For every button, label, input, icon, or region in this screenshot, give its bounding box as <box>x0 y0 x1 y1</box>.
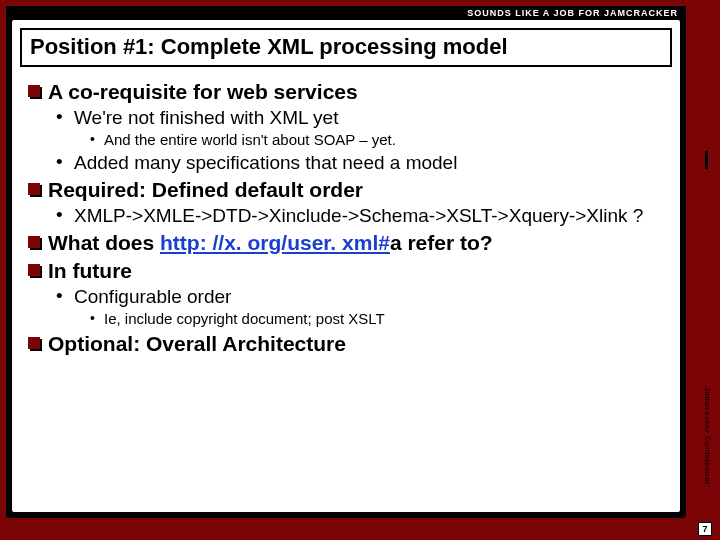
brand-logo: jamcracker <box>690 18 716 148</box>
lvl1-text: Required: Defined default order <box>48 178 363 201</box>
bullet-lvl1: What does http: //x. org/user. xml#a ref… <box>28 230 666 256</box>
square-bullet-icon <box>28 236 40 248</box>
lvl3-text: And the entire world isn't about SOAP – … <box>104 131 396 148</box>
slide-frame: SOUNDS LIKE A JOB FOR JAMCRACKER Positio… <box>6 6 686 518</box>
lvl3-text: Ie, include copyright document; post XSL… <box>104 310 385 327</box>
bullet-lvl1: A co-requisite for web services <box>28 79 666 105</box>
lvl1-text: A co-requisite for web services <box>48 80 358 103</box>
bullet-lvl1: In future <box>28 258 666 284</box>
confidential-label: Jamcracker Confidential <box>694 387 712 484</box>
bullet-lvl1: Required: Defined default order <box>28 177 666 203</box>
lvl2-text: XMLP->XMLE->DTD->Xinclude->Schema->XSLT-… <box>74 205 643 226</box>
lvl1-text-post: a refer to? <box>390 231 493 254</box>
square-bullet-icon <box>28 337 40 349</box>
link-text: http: //x. org/user. xml# <box>160 231 390 254</box>
square-bullet-icon <box>28 85 40 97</box>
bullet-lvl2: XMLP->XMLE->DTD->Xinclude->Schema->XSLT-… <box>56 204 666 228</box>
bullet-lvl2: We're not finished with XML yet <box>56 106 666 130</box>
lvl1-text: Optional: Overall Architecture <box>48 332 346 355</box>
bullet-lvl2: Configurable order <box>56 285 666 309</box>
slide-body: A co-requisite for web services We're no… <box>12 75 680 357</box>
content-area: Position #1: Complete XML processing mod… <box>12 20 680 512</box>
top-strip: SOUNDS LIKE A JOB FOR JAMCRACKER <box>6 6 686 20</box>
bullet-lvl3: And the entire world isn't about SOAP – … <box>90 131 666 150</box>
brand-stripe-icon <box>705 151 708 169</box>
square-bullet-icon <box>28 264 40 276</box>
lvl2-text: We're not finished with XML yet <box>74 107 338 128</box>
lvl1-text: In future <box>48 259 132 282</box>
lvl2-text: Added many specifications that need a mo… <box>74 152 457 173</box>
bullet-lvl2: Added many specifications that need a mo… <box>56 151 666 175</box>
lvl2-text: Configurable order <box>74 286 231 307</box>
lvl1-text-pre: What does <box>48 231 160 254</box>
slide-title: Position #1: Complete XML processing mod… <box>20 28 672 67</box>
bullet-lvl1: Optional: Overall Architecture <box>28 331 666 357</box>
square-bullet-icon <box>28 183 40 195</box>
page-number: 7 <box>698 522 712 536</box>
right-rail: jamcracker Jamcracker Confidential <box>690 6 716 518</box>
bullet-lvl3: Ie, include copyright document; post XSL… <box>90 310 666 329</box>
